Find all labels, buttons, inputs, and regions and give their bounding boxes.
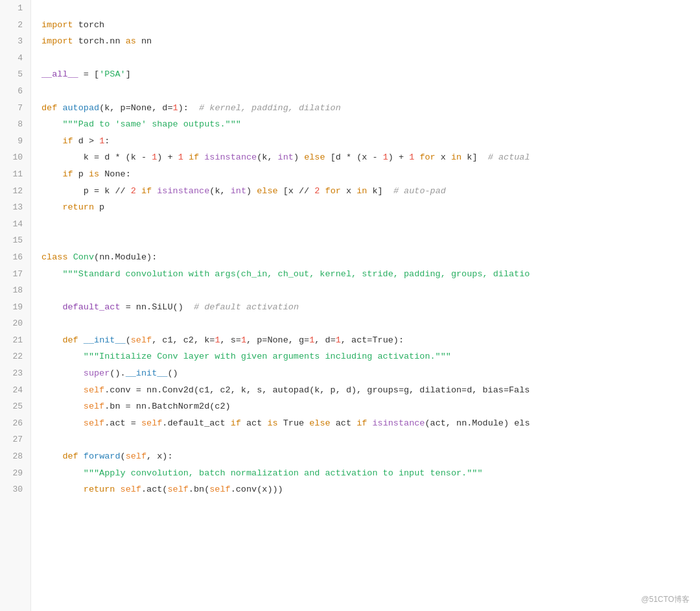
- token-plain: [41, 169, 62, 179]
- token-kw: as: [126, 36, 136, 46]
- token-dunder: __init__: [84, 335, 126, 345]
- code-line: import torch.nn as nn: [41, 33, 700, 50]
- token-plain: d >: [73, 136, 100, 146]
- token-kw: import: [41, 36, 73, 46]
- token-plain: = nn.SiLU(): [121, 302, 194, 312]
- code-line: [41, 315, 700, 332]
- line-number: 10: [8, 149, 23, 166]
- token-plain: (k,: [209, 186, 230, 196]
- code-line: [41, 216, 700, 233]
- line-number: 11: [8, 166, 23, 183]
- token-num: 1: [336, 335, 341, 345]
- token-plain: [78, 451, 84, 461]
- line-number: 9: [8, 133, 23, 150]
- token-plain: [x //: [278, 186, 315, 196]
- line-numbers: 1234567891011121314151617181920212223242…: [0, 0, 31, 611]
- token-kw: in: [356, 186, 367, 196]
- token-plain: .conv = nn.Conv2d(c1, c2, k, s, autopad(…: [104, 385, 530, 395]
- token-attr: default_act: [62, 302, 120, 312]
- token-plain: (): [167, 368, 178, 378]
- token-plain: .bn = nn.BatchNorm2d(c2): [104, 401, 230, 411]
- token-plain: [41, 202, 62, 212]
- token-dunder: __init__: [126, 368, 168, 378]
- token-plain: (k, p=None, d=: [99, 103, 172, 113]
- code-line: self.bn = nn.BatchNorm2d(c2): [41, 398, 700, 415]
- code-line: class Conv(nn.Module):: [41, 249, 700, 266]
- code-line: """Apply convolution, batch normalizatio…: [41, 465, 700, 482]
- code-line: """Initialize Conv layer with given argu…: [41, 348, 700, 365]
- token-plain: k]: [461, 152, 488, 162]
- code-line: k = d * (k - 1) + 1 if isinstance(k, int…: [41, 149, 700, 166]
- token-self-kw: self: [126, 451, 146, 461]
- token-plain: [68, 252, 73, 262]
- line-number: 19: [8, 299, 23, 316]
- code-line: [41, 431, 700, 448]
- token-kw: import: [41, 20, 73, 30]
- token-plain: [136, 186, 141, 196]
- token-str: 'PSA': [99, 69, 126, 79]
- token-comment: # default activation: [194, 302, 299, 312]
- token-plain: k = d * (k -: [41, 152, 152, 162]
- token-kw: def: [62, 335, 78, 345]
- token-plain: k]: [367, 186, 393, 196]
- token-plain: , s=: [220, 335, 240, 345]
- token-num: 1: [241, 335, 246, 345]
- token-plain: , x):: [146, 451, 173, 461]
- code-line: self.conv = nn.Conv2d(c1, c2, k, s, auto…: [41, 382, 700, 399]
- line-number: 16: [8, 249, 23, 266]
- token-docstr: """Standard convolution with args(ch_in,…: [62, 269, 530, 279]
- token-plain: True: [278, 418, 310, 428]
- token-plain: , d=: [314, 335, 335, 345]
- token-self-kw: self: [131, 335, 152, 345]
- token-plain: (: [126, 335, 131, 345]
- token-plain: act: [331, 418, 357, 428]
- line-number: 3: [8, 33, 23, 50]
- token-self-kw: self: [209, 485, 230, 494]
- line-number: 12: [8, 183, 23, 200]
- token-builtin: isinstance: [372, 418, 425, 428]
- code-line: [41, 83, 700, 100]
- token-self-kw: self: [84, 401, 104, 411]
- code-line: super().__init__(): [41, 365, 700, 382]
- token-kw: for: [325, 186, 341, 196]
- token-comment: # auto-pad: [393, 186, 446, 196]
- token-plain: [41, 302, 62, 312]
- line-number: 17: [8, 266, 23, 283]
- token-kw: def: [62, 451, 78, 461]
- code-line: return p: [41, 199, 700, 216]
- token-num: 1: [178, 152, 183, 162]
- token-builtin: int: [231, 186, 246, 196]
- line-number: 27: [8, 431, 23, 448]
- code-line: [41, 50, 700, 67]
- token-plain: , c1, c2, k=: [152, 335, 215, 345]
- code-line: """Pad to 'same' shape outputs.""": [41, 116, 700, 133]
- code-area: 1234567891011121314151617181920212223242…: [0, 0, 700, 611]
- token-plain: [41, 468, 84, 478]
- code-line: def forward(self, x):: [41, 448, 700, 465]
- line-number: 6: [8, 83, 23, 100]
- token-kw: return: [62, 202, 94, 212]
- token-kw: return: [84, 485, 115, 494]
- code-line: return self.act(self.bn(self.conv(x))): [41, 481, 700, 498]
- token-plain: [41, 485, 84, 494]
- code-lines: import torchimport torch.nn as nn __all_…: [31, 0, 700, 611]
- token-plain: [41, 451, 62, 461]
- token-plain: p: [73, 169, 89, 179]
- token-plain: ) +: [388, 152, 409, 162]
- code-line: p = k // 2 if isinstance(k, int) else [x…: [41, 183, 700, 200]
- line-number: 13: [8, 199, 23, 216]
- token-plain: (: [121, 451, 126, 461]
- token-plain: nn: [136, 36, 152, 46]
- token-num: 1: [383, 152, 388, 162]
- token-plain: [115, 485, 120, 494]
- token-plain: x: [436, 152, 451, 162]
- token-plain: [41, 335, 62, 345]
- token-plain: (act, nn.Module) els: [425, 418, 530, 428]
- token-plain: None:: [99, 169, 131, 179]
- token-kw: for: [419, 152, 435, 162]
- line-number: 5: [8, 66, 23, 83]
- code-line: def autopad(k, p=None, d=1): # kernel, p…: [41, 100, 700, 117]
- token-plain: [183, 152, 189, 162]
- token-num: 1: [173, 103, 178, 113]
- token-plain: p = k //: [41, 186, 131, 196]
